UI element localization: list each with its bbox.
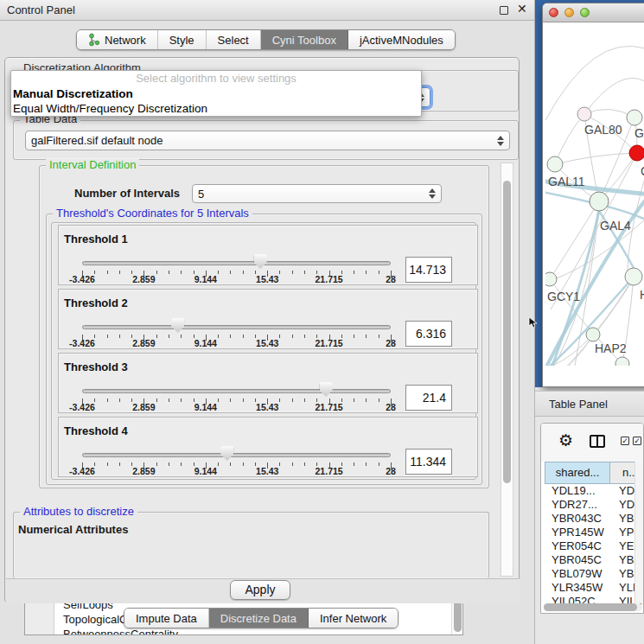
slider-tick-labels: -3.4262.8599.14415.4321.71528 <box>82 402 391 412</box>
slider-tick-labels: -3.4262.8599.14415.4321.71528 <box>82 466 391 476</box>
column-header[interactable]: shared... <box>545 462 610 484</box>
table-panel-body: ⚙ ✓ ✓ shared...n... YDL19...YDL1...YDR27… <box>540 423 644 614</box>
table-cell: YDR27... <box>545 498 610 512</box>
checkbox-icon[interactable]: ✓ <box>633 437 641 445</box>
slider-thumb[interactable] <box>320 382 333 397</box>
threshold-row: Threshold 4-3.4262.8599.14415.4321.71528… <box>58 417 478 477</box>
split-view-icon[interactable] <box>590 435 605 448</box>
interval-definition-group-label: Interval Definition <box>46 159 139 171</box>
table-cell: YBL079W <box>545 567 610 581</box>
dropdown-prompt: Select algorithm to view settings <box>11 71 421 86</box>
bottom-tab-infer-network[interactable]: Infer Network <box>309 609 398 628</box>
network-node-label: HAP2 <box>595 341 627 355</box>
threshold-label: Threshold 3 <box>64 360 128 373</box>
tab-jactivemnodules[interactable]: jActiveMNodules <box>348 30 455 49</box>
number-of-intervals-label: Number of Intervals <box>74 187 180 200</box>
table-data-selected-value: galFiltered.sif default node <box>31 134 163 147</box>
slider-track[interactable] <box>82 389 391 393</box>
network-canvas[interactable]: GAL80GACGAL11GAL4GCY1HHAP2 <box>545 22 644 366</box>
table-row[interactable]: YLR345WYLR3... <box>545 581 644 595</box>
table-panel-title: Table Panel <box>549 398 608 411</box>
table-column-headers: shared...n... <box>545 462 644 484</box>
tab-select[interactable]: Select <box>207 30 261 49</box>
network-node[interactable] <box>586 328 600 341</box>
table-vertical-scrollbar[interactable] <box>634 462 643 603</box>
tab-label: Style <box>169 34 194 47</box>
table-horizontal-scrollbar[interactable] <box>544 603 642 611</box>
network-graph: GAL80GACGAL11GAL4GCY1HHAP2 <box>545 22 644 366</box>
network-node[interactable] <box>547 156 563 172</box>
dropdown-option[interactable]: Manual Discretization <box>11 86 421 101</box>
network-node-label: GA <box>634 126 644 140</box>
checkbox-icon[interactable]: ✓ <box>621 437 629 445</box>
table-cell: YER054C <box>545 539 610 553</box>
table-panel-header: Table Panel <box>535 391 644 417</box>
network-node-label: C <box>641 164 644 178</box>
slider-track[interactable] <box>82 325 391 329</box>
threshold-value-field[interactable]: 6.316 <box>405 321 452 347</box>
table-row[interactable]: YER054CYER0... <box>545 539 644 553</box>
threshold-row: Threshold 3-3.4262.8599.14415.4321.71528… <box>58 353 478 413</box>
threshold-row: Threshold 1-3.4262.8599.14415.4321.71528… <box>58 225 478 285</box>
top-tab-bar: NetworkStyleSelectCyni ToolboxjActiveMNo… <box>76 29 456 50</box>
zoom-traffic-light-icon[interactable] <box>580 8 590 17</box>
table-row[interactable]: YBL079WYBL0... <box>545 567 644 581</box>
float-window-icon[interactable] <box>500 6 508 15</box>
network-node[interactable] <box>615 357 629 366</box>
settings-scrollbar[interactable] <box>501 163 513 577</box>
network-node[interactable] <box>625 268 642 285</box>
table-cell: YPR145W <box>545 526 610 539</box>
tab-style[interactable]: Style <box>158 30 207 49</box>
network-node[interactable] <box>627 110 642 125</box>
network-edge <box>545 46 644 120</box>
bottom-tab-impute-data[interactable]: Impute Data <box>124 609 209 628</box>
dropdown-option[interactable]: Equal Width/Frequency Discretization <box>11 101 421 116</box>
close-traffic-light-icon[interactable] <box>549 8 558 17</box>
apply-button[interactable]: Apply <box>230 580 290 600</box>
table-data-combobox[interactable]: galFiltered.sif default node <box>25 131 510 150</box>
slider-track[interactable] <box>82 261 391 265</box>
threshold-value-field[interactable]: 11.344 <box>405 449 452 475</box>
network-node-label: GAL4 <box>600 219 631 233</box>
table-toolbar: ⚙ ✓ ✓ <box>541 424 643 462</box>
number-of-intervals-spinner[interactable]: 5 <box>192 184 442 203</box>
threshold-label: Threshold 2 <box>64 296 128 309</box>
tab-network[interactable]: Network <box>77 30 158 49</box>
network-edge <box>555 114 584 164</box>
network-window: GAL80GACGAL11GAL4GCY1HHAP2 <box>542 3 644 387</box>
slider-thumb[interactable] <box>254 254 267 269</box>
tab-label: Discretize Data <box>220 612 296 625</box>
slider-thumb[interactable] <box>171 318 184 333</box>
network-node[interactable] <box>545 272 557 286</box>
table-cell: YBR045C <box>545 553 610 567</box>
gear-icon[interactable]: ⚙ <box>558 431 573 450</box>
mouse-cursor <box>528 316 539 328</box>
network-edge <box>555 153 637 164</box>
spinner-arrows-icon <box>429 188 436 199</box>
threshold-value-field[interactable]: 14.713 <box>405 257 452 283</box>
algorithm-dropdown-popup: Select algorithm to view settings Manual… <box>10 70 422 117</box>
minimize-traffic-light-icon[interactable] <box>564 8 574 17</box>
table-row[interactable]: YPR145WYPR1... <box>545 526 644 539</box>
attribute-item[interactable]: BetweennessCentrality <box>63 628 178 635</box>
tab-cyni-toolbox[interactable]: Cyni Toolbox <box>261 30 348 49</box>
network-node-label: GCY1 <box>547 290 580 303</box>
network-edge <box>584 78 644 114</box>
network-node[interactable] <box>629 145 644 161</box>
bottom-tab-discretize-data[interactable]: Discretize Data <box>209 609 309 628</box>
network-node[interactable] <box>577 107 591 121</box>
network-edge <box>593 277 634 335</box>
table-row[interactable]: YBR045CYBR0... <box>545 553 644 567</box>
table-row[interactable]: YBR043CYBR0... <box>545 512 644 526</box>
tab-label: Infer Network <box>320 612 386 625</box>
slider-thumb[interactable] <box>220 446 233 461</box>
cyni-toolbox-panel: Discretization Algorithm Table Data galF… <box>4 57 520 603</box>
close-icon[interactable]: ✕ <box>517 2 527 16</box>
network-node[interactable] <box>590 192 609 211</box>
threshold-value-field[interactable]: 21.4 <box>405 385 452 411</box>
table-row[interactable]: YDR27...YDR2... <box>545 498 644 512</box>
table-row[interactable]: YDL19...YDL1... <box>545 484 644 498</box>
tab-label: Cyni Toolbox <box>272 34 336 47</box>
slider-track[interactable] <box>82 453 391 457</box>
network-node-label: H <box>640 288 644 302</box>
